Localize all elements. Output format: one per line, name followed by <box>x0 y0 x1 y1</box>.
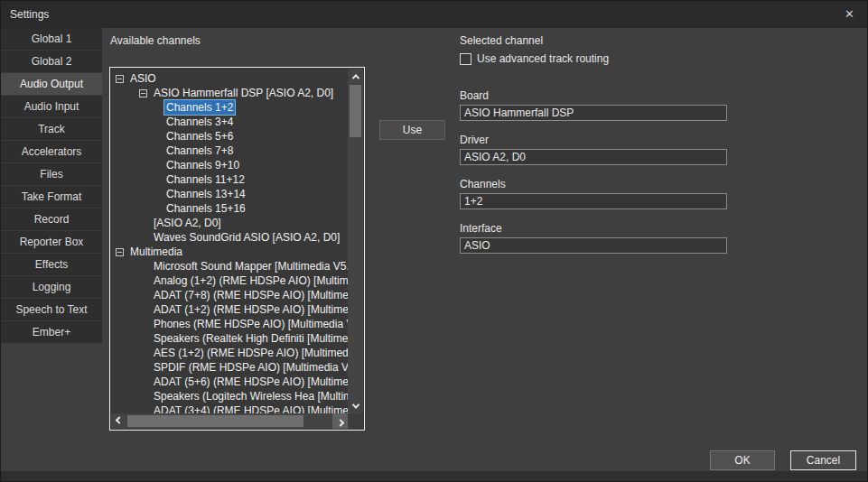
tree-item-label: ASIO <box>128 71 158 86</box>
titlebar: Settings ✕ <box>1 1 867 28</box>
tree-item[interactable]: ASIO <box>111 71 348 86</box>
scroll-left-button[interactable] <box>111 413 126 429</box>
chevron-right-icon <box>336 419 343 426</box>
tree-item-label: Microsoft Sound Mapper [Multimedia V5.0 <box>152 259 348 273</box>
tree-item-label: Channels 9+10 <box>164 158 241 172</box>
interface-input[interactable] <box>460 237 727 254</box>
tree-item-label: [ASIO A2, D0] <box>152 216 223 230</box>
tree-item[interactable]: ASIO Hammerfall DSP [ASIO A2, D0] <box>111 86 348 100</box>
tree-item-label: Channels 3+4 <box>164 115 235 129</box>
sidebar-item-speech-to-text[interactable]: Speech to Text <box>1 299 102 321</box>
sidebar-item-audio-input[interactable]: Audio Input <box>1 96 102 118</box>
collapse-icon[interactable] <box>139 89 147 97</box>
sidebar-item-global-2[interactable]: Global 2 <box>1 51 102 73</box>
tree-item[interactable]: AES (1+2) (RME HDSPe AIO) [Multimedia V1 <box>111 346 348 360</box>
ok-button[interactable]: OK <box>710 450 775 470</box>
tree-item-label: Phones (RME HDSPe AIO) [Multimedia V10. <box>152 317 348 331</box>
tree-item-selected[interactable]: Channels 1+2 <box>111 100 348 115</box>
tree-item[interactable]: Channels 9+10 <box>111 158 348 172</box>
channels-input[interactable] <box>460 193 727 209</box>
window-bottom-border <box>1 471 867 481</box>
tree-item-label: ASIO Hammerfall DSP [ASIO A2, D0] <box>152 86 335 100</box>
tree-item-label: ADAT (3+4) (RME HDSPe AIO) [Multimedia <box>152 403 348 413</box>
tree-item-label: Channels 11+12 <box>164 172 247 187</box>
advanced-routing-label: Use advanced track routing <box>477 52 609 65</box>
scroll-right-button[interactable] <box>332 413 348 429</box>
sidebar-item-audio-output[interactable]: Audio Output <box>1 73 102 96</box>
tree-item[interactable]: Microsoft Sound Mapper [Multimedia V5.0 <box>111 259 348 273</box>
tree-item[interactable]: Speakers (Logitech Wireless Hea [Multime… <box>111 389 348 403</box>
close-icon[interactable]: ✕ <box>845 1 854 28</box>
tree-item[interactable]: SPDIF (RME HDSPe AIO) [Multimedia V10.0] <box>111 360 348 375</box>
vertical-scrollbar[interactable] <box>348 69 363 413</box>
tree-item[interactable]: Phones (RME HDSPe AIO) [Multimedia V10. <box>111 317 348 331</box>
tree-item-label: Channels 13+14 <box>164 187 247 201</box>
tree-item[interactable]: Channels 7+8 <box>111 144 348 158</box>
tree-item-label: Channels 15+16 <box>164 201 247 216</box>
tree-item[interactable]: ADAT (7+8) (RME HDSPe AIO) [Multimedia V <box>111 288 348 302</box>
scrollbar-corner <box>348 413 363 429</box>
sidebar: Global 1 Global 2 Audio Output Audio Inp… <box>1 28 102 344</box>
tree-item[interactable]: ADAT (5+6) (RME HDSPe AIO) [Multimedia V <box>111 375 348 389</box>
tree-item-label: Analog (1+2) (RME HDSPe AIO) [Multimedia… <box>152 273 348 288</box>
tree-item-label: Multimedia <box>128 245 184 259</box>
sidebar-item-global-1[interactable]: Global 1 <box>1 28 102 51</box>
tree-item[interactable]: Channels 15+16 <box>111 201 348 216</box>
collapse-icon[interactable] <box>116 75 124 83</box>
driver-input[interactable] <box>460 149 727 165</box>
advanced-routing-row[interactable]: Use advanced track routing <box>460 52 609 65</box>
tree-item[interactable]: Speakers (Realtek High Definiti [Multime… <box>111 331 348 346</box>
scroll-up-button[interactable] <box>348 69 363 84</box>
tree-item-label: AES (1+2) (RME HDSPe AIO) [Multimedia V1 <box>152 346 348 360</box>
tree-item[interactable]: Channels 5+6 <box>111 129 348 144</box>
tree-item-label: Speakers (Logitech Wireless Hea [Multime… <box>152 389 348 403</box>
tree-viewport: ASIO ASIO Hammerfall DSP [ASIO A2, D0] C… <box>111 69 348 413</box>
channels-tree-listbox: ASIO ASIO Hammerfall DSP [ASIO A2, D0] C… <box>109 67 365 431</box>
board-input[interactable] <box>460 105 727 121</box>
vertical-scroll-thumb[interactable] <box>350 85 361 137</box>
interface-label: Interface <box>460 222 502 235</box>
sidebar-item-track[interactable]: Track <box>1 118 102 141</box>
sidebar-item-logging[interactable]: Logging <box>1 276 102 299</box>
tree-item-label: Waves SoundGrid ASIO [ASIO A2, D0] <box>152 230 341 245</box>
chevron-left-icon <box>115 416 122 423</box>
tree-item[interactable]: Waves SoundGrid ASIO [ASIO A2, D0] <box>111 230 348 245</box>
sidebar-item-files[interactable]: Files <box>1 163 102 186</box>
tree-item[interactable]: ADAT (1+2) (RME HDSPe AIO) [Multimedia V <box>111 302 348 317</box>
use-button[interactable]: Use <box>379 120 445 140</box>
tree-item[interactable]: Channels 13+14 <box>111 187 348 201</box>
window-title: Settings <box>10 8 49 21</box>
tree-item[interactable]: ADAT (3+4) (RME HDSPe AIO) [Multimedia <box>111 403 348 413</box>
tree-item-label: Channels 7+8 <box>164 144 235 158</box>
tree-item-label: Channels 1+2 <box>164 100 235 115</box>
tree-item-label: Channels 5+6 <box>164 129 235 144</box>
horizontal-scrollbar[interactable] <box>111 413 348 429</box>
scroll-down-button[interactable] <box>348 398 363 413</box>
sidebar-item-record[interactable]: Record <box>1 209 102 231</box>
selected-channel-label: Selected channel <box>460 34 543 47</box>
tree-item[interactable]: Channels 3+4 <box>111 115 348 129</box>
available-channels-label: Available channels <box>110 34 201 47</box>
sidebar-item-ember[interactable]: Ember+ <box>1 321 102 344</box>
tree-item[interactable]: Analog (1+2) (RME HDSPe AIO) [Multimedia… <box>111 273 348 288</box>
tree-item-label: ADAT (5+6) (RME HDSPe AIO) [Multimedia V <box>152 375 348 389</box>
driver-label: Driver <box>460 134 489 146</box>
tree-item-label: ADAT (1+2) (RME HDSPe AIO) [Multimedia V <box>152 302 348 317</box>
sidebar-item-accelerators[interactable]: Accelerators <box>1 141 102 163</box>
horizontal-scroll-thumb[interactable] <box>127 415 303 427</box>
tree-item[interactable]: Multimedia <box>111 245 348 259</box>
tree-item-label: ADAT (7+8) (RME HDSPe AIO) [Multimedia V <box>152 288 348 302</box>
settings-window: Settings ✕ Global 1 Global 2 Audio Outpu… <box>0 0 868 482</box>
sidebar-item-effects[interactable]: Effects <box>1 254 102 276</box>
tree-item[interactable]: Channels 11+12 <box>111 172 348 187</box>
channels-label: Channels <box>460 178 506 190</box>
advanced-routing-checkbox[interactable] <box>460 53 471 65</box>
chevron-up-icon <box>351 74 359 81</box>
cancel-button[interactable]: Cancel <box>790 450 856 470</box>
board-label: Board <box>460 89 489 102</box>
collapse-icon[interactable] <box>116 248 124 256</box>
chevron-down-icon <box>351 401 359 408</box>
tree-item[interactable]: [ASIO A2, D0] <box>111 216 348 230</box>
sidebar-item-take-format[interactable]: Take Format <box>1 186 102 209</box>
sidebar-item-reporter-box[interactable]: Reporter Box <box>1 231 102 254</box>
